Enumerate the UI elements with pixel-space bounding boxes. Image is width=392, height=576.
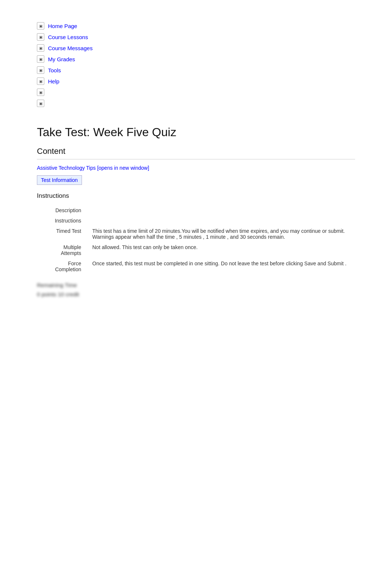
table-row: Timed Test This test has a time limit of… (37, 226, 355, 242)
force-completion-label: ForceCompletion (37, 258, 89, 275)
instructions-label: Instructions (37, 215, 89, 226)
extra-icon-1: ▣ (37, 89, 44, 96)
home-icon: ▣ (37, 22, 44, 30)
page-title: Take Test: Week Five Quiz (37, 125, 355, 139)
main-content: Take Test: Week Five Quiz Content Assist… (0, 118, 392, 315)
timed-test-value: This test has a time limit of 20 minutes… (89, 226, 355, 242)
instructions-value (89, 215, 355, 226)
my-grades-link[interactable]: My Grades (48, 56, 75, 62)
table-row: MultipleAttempts Not allowed. This test … (37, 242, 355, 258)
content-section-heading: Content (37, 146, 355, 159)
force-completion-value: Once started, this test must be complete… (89, 258, 355, 275)
test-info-table: Description Instructions Timed Test This… (37, 205, 355, 275)
test-information-button[interactable]: Test Information (37, 175, 82, 185)
navigation: ▣ Home Page ▣ Course Lessons ▣ Course Me… (0, 0, 392, 118)
sidebar-item-home[interactable]: ▣ Home Page (37, 22, 392, 30)
multiple-attempts-label: MultipleAttempts (37, 242, 89, 258)
my-grades-icon: ▣ (37, 55, 44, 63)
standalone-icon-2[interactable]: ▣ (37, 100, 392, 107)
course-lessons-icon: ▣ (37, 33, 44, 41)
table-row: ForceCompletion Once started, this test … (37, 258, 355, 275)
sidebar-item-tools[interactable]: ▣ Tools (37, 66, 392, 74)
blurred-remaining-time: Remaining Time (37, 282, 355, 288)
table-row: Instructions (37, 215, 355, 226)
sidebar-item-course-messages[interactable]: ▣ Course Messages (37, 44, 392, 52)
course-messages-icon: ▣ (37, 44, 44, 52)
help-icon: ▣ (37, 77, 44, 85)
course-lessons-link[interactable]: Course Lessons (48, 34, 88, 40)
description-value (89, 205, 355, 215)
sidebar-item-course-lessons[interactable]: ▣ Course Lessons (37, 33, 392, 41)
course-messages-link[interactable]: Course Messages (48, 45, 93, 51)
multiple-attempts-value: Not allowed. This test can only be taken… (89, 242, 355, 258)
instructions-section: Instructions Description Instructions Ti… (37, 192, 355, 275)
timed-test-label: Timed Test (37, 226, 89, 242)
standalone-icon-1[interactable]: ▣ (37, 89, 392, 96)
blurred-points: 0 points 10 credit (37, 291, 355, 297)
sidebar-item-help[interactable]: ▣ Help (37, 77, 392, 85)
help-link[interactable]: Help (48, 78, 59, 84)
tools-icon: ▣ (37, 66, 44, 74)
tools-link[interactable]: Tools (48, 67, 61, 73)
sidebar-item-my-grades[interactable]: ▣ My Grades (37, 55, 392, 63)
home-page-link[interactable]: Home Page (48, 23, 77, 29)
table-row: Description (37, 205, 355, 215)
instructions-heading: Instructions (37, 192, 355, 200)
assistive-technology-link[interactable]: Assistive Technology Tips [opens in new … (37, 165, 355, 171)
extra-icon-2: ▣ (37, 100, 44, 107)
description-label: Description (37, 205, 89, 215)
